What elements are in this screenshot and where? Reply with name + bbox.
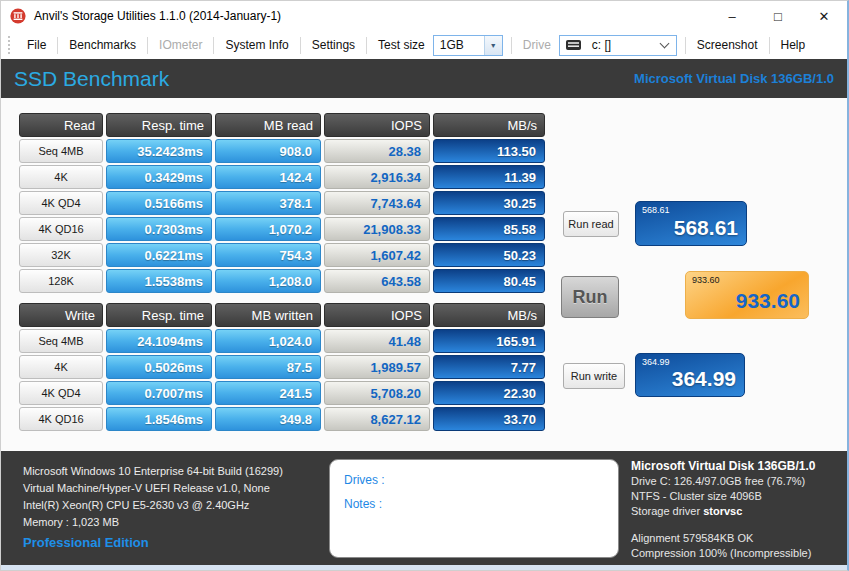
- mb-cell: 241.5: [215, 381, 321, 405]
- menu-settings[interactable]: Settings: [301, 38, 366, 52]
- write-score-small: 364.99: [642, 357, 670, 367]
- iops-header: IOPS: [324, 303, 430, 327]
- mb-cell: 1,208.0: [215, 269, 321, 293]
- drive-value: c: []: [586, 38, 661, 52]
- resp-time-cell: 35.2423ms: [106, 139, 212, 163]
- mbs-cell: 165.91: [433, 329, 545, 353]
- page-title: SSD Benchmark: [14, 67, 169, 91]
- storage-driver-label: Storage driver: [631, 505, 703, 517]
- system-info-line: Microsoft Windows 10 Enterprise 64-bit B…: [23, 463, 283, 480]
- mb-cell: 908.0: [215, 139, 321, 163]
- total-score-value: 933.60: [736, 289, 800, 313]
- storage-driver-value: storvsc: [703, 505, 742, 517]
- system-info-line: Memory : 1,023 MB: [23, 514, 283, 531]
- mb-cell: 142.4: [215, 165, 321, 189]
- menu-system-info[interactable]: System Info: [214, 38, 299, 52]
- drive-icon: [566, 40, 581, 50]
- iops-cell: 28.38: [324, 139, 430, 163]
- iops-cell: 643.58: [324, 269, 430, 293]
- resp-time-cell: 0.7007ms: [106, 381, 212, 405]
- menu-help[interactable]: Help: [770, 38, 817, 52]
- resp-time-header: Resp. time: [106, 113, 212, 137]
- mb-read-header: MB read: [215, 113, 321, 137]
- resp-time-header: Resp. time: [106, 303, 212, 327]
- mb-cell: 1,070.2: [215, 217, 321, 241]
- chevron-down-icon: [659, 39, 669, 49]
- iops-cell: 5,708.20: [324, 381, 430, 405]
- mbs-cell: 22.30: [433, 381, 545, 405]
- write-header: Write: [19, 303, 103, 327]
- mbs-header: MB/s: [433, 303, 545, 327]
- write-table: Write Resp. time MB written IOPS MB/s Se…: [19, 303, 545, 431]
- device-name: Microsoft Virtual Disk 136GB/1.0: [634, 71, 834, 86]
- read-score-box: 568.61 568.61: [635, 201, 747, 246]
- resp-time-cell: 1.8546ms: [106, 407, 212, 431]
- mb-written-header: MB written: [215, 303, 321, 327]
- read-score-small: 568.61: [642, 205, 670, 215]
- mbs-header: MB/s: [433, 113, 545, 137]
- resp-time-cell: 0.5166ms: [106, 191, 212, 215]
- test-size-value: 1GB: [434, 38, 484, 52]
- menu-screenshot[interactable]: Screenshot: [686, 38, 769, 52]
- iops-cell: 2,916.34: [324, 165, 430, 189]
- read-score-value: 568.61: [674, 216, 738, 240]
- maximize-icon[interactable]: □: [755, 1, 801, 31]
- dropdown-arrow-icon[interactable]: ▼: [484, 36, 502, 55]
- row-label: 4K: [19, 355, 103, 379]
- iops-cell: 1,989.57: [324, 355, 430, 379]
- disk-info-line: Alignment 579584KB OK: [631, 531, 816, 546]
- iops-cell: 8,627.12: [324, 407, 430, 431]
- row-label: Seq 4MB: [19, 139, 103, 163]
- run-write-button[interactable]: Run write: [563, 363, 625, 389]
- mbs-cell: 50.23: [433, 243, 545, 267]
- toolbar-grip-icon: [8, 36, 11, 54]
- run-button[interactable]: Run: [561, 276, 619, 318]
- row-label: 4K QD16: [19, 217, 103, 241]
- drive-label: Drive: [512, 38, 559, 52]
- footer-panel: Microsoft Windows 10 Enterprise 64-bit B…: [1, 451, 847, 567]
- resp-time-cell: 1.5538ms: [106, 269, 212, 293]
- menu-iometer: IOmeter: [148, 38, 213, 52]
- disk-info-line: Compression 100% (Incompressible): [631, 546, 816, 561]
- close-icon[interactable]: ✕: [801, 1, 847, 31]
- resp-time-cell: 0.7303ms: [106, 217, 212, 241]
- disk-info-block: Microsoft Virtual Disk 136GB/1.0 Drive C…: [631, 459, 816, 561]
- disk-info-line: NTFS - Cluster size 4096B: [631, 489, 816, 504]
- row-label: 4K QD16: [19, 407, 103, 431]
- iops-cell: 7,743.64: [324, 191, 430, 215]
- menu-bar: File Benchmarks IOmeter System Info Sett…: [1, 31, 847, 59]
- window-controls: – □ ✕: [709, 1, 847, 31]
- resp-time-cell: 0.3429ms: [106, 165, 212, 189]
- title-bar: Anvil's Storage Utilities 1.1.0 (2014-Ja…: [1, 1, 847, 31]
- mbs-cell: 33.70: [433, 407, 545, 431]
- iops-cell: 21,908.33: [324, 217, 430, 241]
- minimize-icon[interactable]: –: [709, 1, 755, 31]
- mb-cell: 1,024.0: [215, 329, 321, 353]
- run-read-button[interactable]: Run read: [563, 211, 619, 237]
- read-table: Read Resp. time MB read IOPS MB/s Seq 4M…: [19, 113, 545, 293]
- mb-cell: 349.8: [215, 407, 321, 431]
- write-score-box: 364.99 364.99: [635, 353, 745, 397]
- app-icon: [10, 8, 26, 24]
- mbs-cell: 11.39: [433, 165, 545, 189]
- app-window: Anvil's Storage Utilities 1.1.0 (2014-Ja…: [0, 0, 849, 571]
- drives-notes-box[interactable]: Drives : Notes :: [329, 459, 619, 558]
- test-size-select[interactable]: 1GB ▼: [433, 35, 503, 56]
- row-label: 4K QD4: [19, 191, 103, 215]
- row-label: 128K: [19, 269, 103, 293]
- benchmark-content: Read Resp. time MB read IOPS MB/s Seq 4M…: [1, 98, 847, 451]
- menu-file[interactable]: File: [16, 38, 57, 52]
- mbs-cell: 113.50: [433, 139, 545, 163]
- mbs-cell: 7.77: [433, 355, 545, 379]
- resp-time-cell: 0.5026ms: [106, 355, 212, 379]
- system-info-line: Virtual Machine/Hyper-V UEFI Release v1.…: [23, 480, 283, 497]
- notes-label: Notes :: [344, 492, 604, 516]
- row-label: Seq 4MB: [19, 329, 103, 353]
- drive-select[interactable]: c: []: [559, 35, 677, 56]
- mbs-cell: 80.45: [433, 269, 545, 293]
- window-bottom-border: [1, 565, 847, 570]
- iops-cell: 41.48: [324, 329, 430, 353]
- window-title: Anvil's Storage Utilities 1.1.0 (2014-Ja…: [34, 9, 281, 23]
- write-score-value: 364.99: [672, 367, 736, 391]
- menu-benchmarks[interactable]: Benchmarks: [58, 38, 147, 52]
